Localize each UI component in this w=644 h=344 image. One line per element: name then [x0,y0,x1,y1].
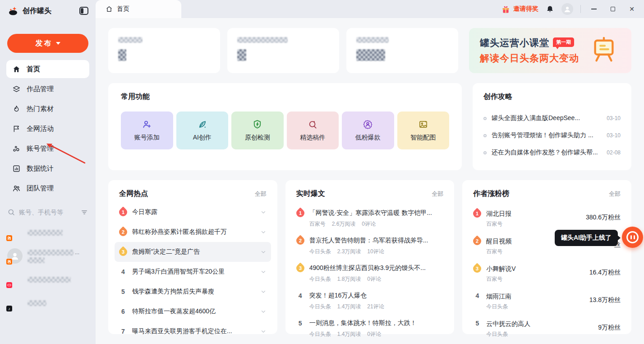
ranking-item[interactable]: 5 云中抚云的高人今日头条 9万粉丝 [473,315,621,343]
topbar: 首页 邀请得奖 ✕ [96,0,644,18]
tile-label: 低粉爆款 [355,134,381,142]
strategy-item[interactable]: 告别账号管理烦恼！创作罐头助力 ... 03-10 [483,127,621,144]
fans-count: 16.4万粉丝 [589,269,621,277]
tile-add-account[interactable]: 账号添加 [121,112,173,149]
sidebar-item-activities[interactable]: 全网活动 [6,120,89,138]
article-comments: 0评论 [362,220,376,228]
ranking-item[interactable]: 4 烟雨江南今日头条 13.8万粉丝 [473,288,621,315]
close-button[interactable]: ✕ [626,3,638,15]
chevron-down-icon[interactable] [260,328,267,335]
article-meta: 今日头条 1.8万阅读 0评论 [309,275,444,283]
douyin-badge-icon: ♪ [6,305,13,312]
article-item[interactable]: 5 一则消息，集体跳水！特斯拉，大跌！ 今日头条 1.4万阅读 0评论 [296,315,444,343]
account-search-input[interactable] [19,209,77,216]
tile-low-fans-hit[interactable]: 低粉爆款 [342,112,394,149]
account-list-item[interactable] [0,268,96,291]
strategy-item[interactable]: 罐头全面接入满血版DeepSee... 03-10 [483,110,621,127]
account-list-item[interactable]: ♪ [0,291,96,315]
account-list: ... ♪ [0,221,96,315]
strategy-title: 还在为自媒体创作发愁？创作罐头帮... [492,149,602,157]
user-avatar[interactable] [561,3,573,15]
chevron-down-icon [56,42,60,45]
sidebar-item-works[interactable]: 作品管理 [6,80,89,98]
tile-label: 账号添加 [134,134,160,142]
section-title: 创作攻略 [483,92,621,102]
article-item[interactable]: 2 普京托人警告特朗普：乌军若获得战斧导... 今日头条 2.3万阅读 10评论 [296,232,444,260]
section-title: 实时爆文 [296,189,325,199]
tile-originality-check[interactable]: 原创检测 [231,112,284,149]
tab-home[interactable]: 首页 [96,0,181,18]
hotspot-item[interactable]: 5 钱学森遭美方拘禁后失声暴瘦 [115,282,271,302]
ranking-item[interactable]: 3 小舞解说V百家号 16.4万粉丝 [473,260,621,288]
topbar-right: 邀请得奖 ✕ [501,0,644,18]
sidebar-collapse-icon[interactable] [79,7,88,15]
stat-label-redacted [237,37,288,43]
strategy-item[interactable]: 还在为自媒体创作发愁？创作罐头帮... 02-08 [483,144,621,161]
rank-number: 5 [473,320,481,327]
chevron-down-icon[interactable] [260,269,267,275]
rank-number: 5 [119,288,127,295]
hotspot-title: 特斯拉市值一夜蒸发超4600亿 [132,307,255,316]
sidebar-item-team[interactable]: 团队管理 [6,179,89,197]
promo-banner[interactable]: 罐头运营小课堂 第一期 解读今日头条两大变动 [469,28,631,73]
circles-icon [12,144,21,153]
ranking-more-link[interactable]: 全部 [609,190,621,198]
sidebar-item-label: 团队管理 [27,184,54,193]
ai-assistant-tooltip: 罐头AI助手上线了 [555,230,618,246]
publish-button[interactable]: 发布 [7,34,88,53]
chevron-down-icon[interactable] [260,209,267,215]
sidebar-item-label: 全网活动 [27,125,54,133]
shield-bolt-icon [252,119,262,130]
bullet-icon [483,151,487,154]
gift-icon [501,5,511,14]
fans-count: 380.6万粉丝 [586,214,621,222]
hotspot-item-highlighted[interactable]: 3 詹姆斯"决定二"竟是广告 [115,242,271,262]
hotspot-item[interactable]: 6 特斯拉市值一夜蒸发超4600亿 [115,302,271,321]
hotspot-list: 1 今日寒露 2 韩红称孙燕姿累计匿名捐款超千万 3 詹姆斯"决定二"竟是广告 [119,202,267,341]
hotspot-item[interactable]: 2 韩红称孙燕姿累计匿名捐款超千万 [115,222,271,242]
xiaohongshu-badge-icon [6,282,13,288]
article-item[interactable]: 1 「网警说·安全」寒露添衣守温暖 数字铠甲... 百家号 2.6万阅读 0评论 [296,205,444,232]
article-reads: 1.4万阅读 [337,303,361,311]
fans-ranking-card: 作者涨粉榜 全部 1 湖北日报百家号 380.6万粉丝 2 醒目视频百家号 丝 [462,180,631,334]
article-item[interactable]: 3 4900粉丝博主探店西贝称3.9元的馒头不... 今日头条 1.8万阅读 0… [296,260,444,288]
maximize-button[interactable] [607,3,619,15]
banner-badge: 第一期 [553,37,574,47]
hotspot-item[interactable]: 4 男子喝3斤白酒用智驾开车20公里 [115,262,271,282]
sidebar-item-statistics[interactable]: 数据统计 [6,159,89,177]
tile-featured-posts[interactable]: 精选稿件 [287,112,339,149]
filter-icon[interactable] [80,208,88,216]
chevron-down-icon[interactable] [260,288,267,295]
ai-assistant-button[interactable] [622,227,643,248]
sidebar-item-hot-material[interactable]: 热门素材 [6,100,89,118]
strategy-list: 罐头全面接入满血版DeepSee... 03-10 告别账号管理烦恼！创作罐头助… [483,110,621,161]
articles-more-link[interactable]: 全部 [432,190,443,198]
minimize-button[interactable] [588,3,600,15]
chevron-down-icon[interactable] [260,308,267,315]
hotspot-title: 曝马来西亚失联男游客手机定位在... [132,327,255,335]
chevron-down-icon[interactable] [260,249,267,255]
tile-smart-images[interactable]: 智能配图 [397,112,450,149]
sidebar-item-home[interactable]: 首页 [6,60,89,78]
hotspots-more-link[interactable]: 全部 [255,190,267,198]
chevron-down-icon[interactable] [260,229,267,235]
article-list: 1 「网警说·安全」寒露添衣守温暖 数字铠甲... 百家号 2.6万阅读 0评论 [296,205,444,343]
article-source: 今日头条 [309,330,331,338]
ranking-item[interactable]: 1 湖北日报百家号 380.6万粉丝 [473,205,621,232]
bullet-icon [483,117,487,120]
invite-reward-button[interactable]: 邀请得奖 [501,5,538,14]
kuaishou-badge-icon [6,258,13,265]
hotspot-title: 詹姆斯"决定二"竟是广告 [132,248,255,256]
article-item[interactable]: 4 突发！超16万人爆仓 今日头条 1.4万阅读 21评论 [296,288,444,315]
tile-ai-create[interactable]: AI创作 [176,112,229,149]
notification-bell-icon[interactable] [546,5,554,14]
stat-card [346,28,458,73]
sidebar-item-label: 数据统计 [27,164,54,173]
account-list-item[interactable] [0,221,96,244]
article-reads: 1.4万阅读 [337,330,361,338]
author-name: 小舞解说V [486,265,515,272]
hotspot-item[interactable]: 1 今日寒露 [115,202,271,222]
hotspot-item[interactable]: 7 曝马来西亚失联男游客手机定位在... [115,321,271,341]
sidebar-item-accounts[interactable]: 账号管理 [6,139,89,158]
account-list-item[interactable]: ... [0,244,96,268]
